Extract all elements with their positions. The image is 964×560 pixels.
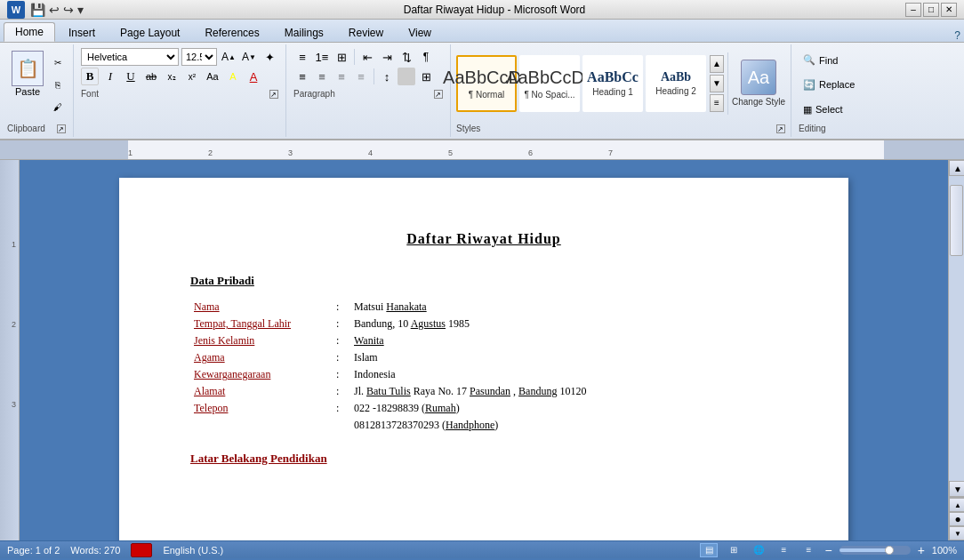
- paragraph-group: ≡ 1≡ ⊞ ⇤ ⇥ ⇅ ¶ ≡ ≡ ≡ ≡ ↕ ⊞ Paragraph ↗: [286, 44, 451, 137]
- styles-label-row: Styles ↗: [456, 122, 785, 133]
- help-btn[interactable]: ?: [954, 29, 960, 42]
- multilevel-list-btn[interactable]: ⊞: [333, 48, 350, 66]
- tab-home[interactable]: Home: [4, 22, 55, 42]
- save-quick-btn[interactable]: 💾: [30, 3, 45, 17]
- minimize-btn[interactable]: –: [905, 3, 921, 17]
- styles-scroll-down[interactable]: ▼: [710, 75, 724, 92]
- font-size-select[interactable]: 12.5: [181, 48, 217, 66]
- undo-quick-btn[interactable]: ↩: [49, 3, 60, 17]
- lang-icon[interactable]: [131, 543, 152, 557]
- zoom-thumb[interactable]: [885, 546, 894, 555]
- colon-nama: :: [333, 299, 350, 316]
- subscript-btn[interactable]: x₂: [163, 68, 181, 85]
- styles-expand[interactable]: ↗: [776, 124, 785, 133]
- zoom-slider[interactable]: [839, 546, 911, 555]
- decrease-indent-btn[interactable]: ⇤: [358, 48, 376, 66]
- words-info[interactable]: Words: 270: [70, 545, 120, 556]
- ruler-right-margin: [884, 140, 964, 159]
- style-nospace[interactable]: AaBbCcDc ¶ No Spaci...: [519, 55, 580, 112]
- change-case-btn[interactable]: Aa: [204, 68, 221, 85]
- find-btn[interactable]: 🔍 Find: [799, 52, 864, 68]
- italic-btn[interactable]: I: [101, 68, 119, 85]
- paragraph-label: Paragraph: [293, 89, 335, 99]
- field-agama: Agama: [190, 349, 333, 366]
- field-kewarganegaraan: Kewarganegaraan: [190, 366, 333, 383]
- replace-btn[interactable]: 🔄 Replace: [799, 76, 864, 93]
- underline-btn[interactable]: U: [122, 68, 140, 85]
- batu-tulis-underline: Batu Tulis: [366, 385, 411, 397]
- print-layout-btn[interactable]: ▤: [700, 543, 718, 557]
- line-spacing-btn[interactable]: ↕: [378, 68, 396, 85]
- select-browse-btn[interactable]: ●: [949, 512, 964, 526]
- tab-review[interactable]: Review: [337, 23, 395, 42]
- scroll-down-btn[interactable]: ▼: [949, 481, 964, 497]
- tab-view[interactable]: View: [397, 23, 443, 42]
- increase-font-btn[interactable]: A▲: [220, 48, 237, 66]
- sort-btn[interactable]: ⇅: [398, 48, 415, 66]
- scrollbar-thumb[interactable]: [950, 185, 963, 256]
- value-agama: Islam: [350, 349, 777, 366]
- styles-scroll-up[interactable]: ▲: [710, 55, 724, 73]
- outline-btn[interactable]: ≡: [775, 543, 792, 557]
- left-ruler: 1 2 3: [0, 160, 20, 540]
- customize-quick-btn[interactable]: ▾: [77, 3, 84, 17]
- zoom-minus-btn[interactable]: −: [824, 544, 831, 556]
- paragraph-expand[interactable]: ↗: [434, 90, 443, 99]
- font-expand[interactable]: ↗: [269, 90, 278, 99]
- decrease-font-btn[interactable]: A▼: [240, 48, 258, 66]
- superscript-btn[interactable]: x²: [183, 68, 201, 85]
- font-label: Font: [81, 89, 99, 99]
- scrollbar-panel: ▲ ▼ ▲ ● ▼: [948, 160, 964, 540]
- prev-page-btn[interactable]: ▲: [949, 498, 964, 512]
- clear-format-btn[interactable]: ✦: [261, 48, 278, 66]
- change-styles-btn[interactable]: Aa Change Styles: [732, 56, 785, 110]
- style-heading2[interactable]: AaBb Heading 2: [646, 55, 706, 112]
- shading-btn[interactable]: [398, 68, 415, 85]
- align-center-btn[interactable]: ≡: [313, 68, 331, 85]
- next-page-btn[interactable]: ▼: [949, 526, 964, 540]
- colon-kewarganegaraan: :: [333, 366, 350, 383]
- tab-references[interactable]: References: [193, 23, 270, 42]
- language-info[interactable]: English (U.S.): [163, 545, 223, 556]
- bold-btn[interactable]: B: [81, 68, 99, 85]
- clipboard-expand[interactable]: ↗: [57, 124, 66, 133]
- paste-button[interactable]: 📋 Paste: [7, 48, 48, 122]
- text-highlight-btn[interactable]: A: [224, 68, 242, 85]
- clipboard-label-row: Clipboard ↗: [7, 122, 66, 133]
- close-btn[interactable]: ✕: [941, 3, 957, 17]
- align-left-btn[interactable]: ≡: [293, 68, 311, 85]
- justify-btn[interactable]: ≡: [352, 68, 370, 85]
- scroll-up-btn[interactable]: ▲: [949, 160, 964, 176]
- numbering-btn[interactable]: 1≡: [313, 48, 331, 66]
- align-right-btn[interactable]: ≡: [333, 68, 350, 85]
- draft-btn[interactable]: ≡: [799, 543, 817, 557]
- copy-btn[interactable]: ⎘: [50, 77, 66, 93]
- full-screen-btn[interactable]: ⊞: [725, 543, 743, 557]
- border-btn[interactable]: ⊞: [417, 68, 435, 85]
- increase-indent-btn[interactable]: ⇥: [378, 48, 396, 66]
- show-hide-btn[interactable]: ¶: [417, 48, 435, 66]
- tab-insert[interactable]: Insert: [57, 23, 107, 42]
- bullets-btn[interactable]: ≡: [293, 48, 311, 66]
- web-layout-btn[interactable]: 🌐: [750, 543, 767, 557]
- styles-more[interactable]: ≡: [710, 94, 724, 112]
- redo-quick-btn[interactable]: ↪: [63, 3, 74, 17]
- maximize-btn[interactable]: □: [923, 3, 939, 17]
- format-painter-btn[interactable]: 🖌: [50, 100, 66, 116]
- style-h2-label: Heading 2: [655, 86, 696, 96]
- style-heading1[interactable]: AaBbCc Heading 1: [582, 55, 643, 112]
- document-area[interactable]: Daftar Riwayat Hidup Data Pribadi Nama :…: [20, 160, 948, 540]
- scrollbar-track[interactable]: [949, 176, 964, 481]
- strikethrough-btn[interactable]: ab: [142, 68, 160, 85]
- change-styles-label: Change Styles: [732, 97, 785, 107]
- cut-btn[interactable]: ✂: [50, 55, 66, 71]
- select-btn[interactable]: ▦ Select: [799, 101, 864, 118]
- page-info[interactable]: Page: 1 of 2: [7, 545, 60, 556]
- zoom-plus-btn[interactable]: +: [918, 544, 925, 556]
- font-color-btn[interactable]: A: [245, 68, 262, 85]
- font-family-select[interactable]: Helvetica: [81, 48, 179, 66]
- clipboard-label: Clipboard: [7, 124, 45, 133]
- tab-mailings[interactable]: Mailings: [273, 23, 335, 42]
- wanita-underline: Wanita: [354, 334, 384, 347]
- tab-page-layout[interactable]: Page Layout: [108, 23, 191, 42]
